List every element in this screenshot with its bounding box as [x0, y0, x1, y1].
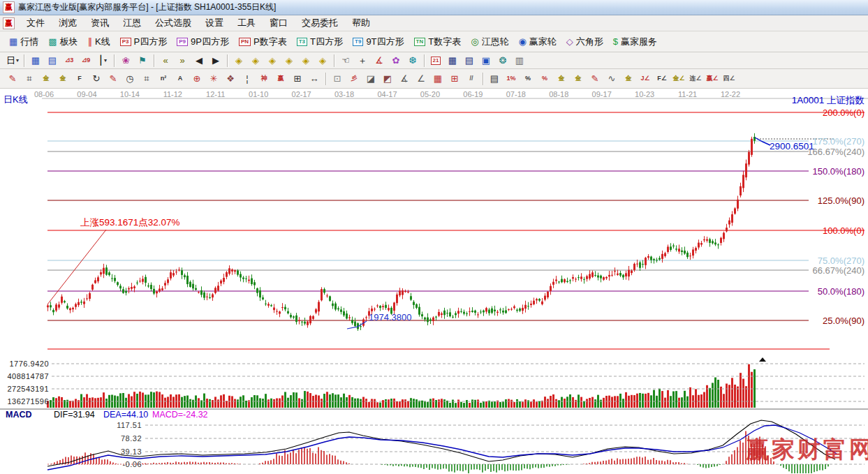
gann-wheel-button[interactable]: ◎江恩轮 — [466, 34, 513, 50]
info-card-icon-button[interactable]: ▤ — [44, 54, 61, 68]
candle-style-selector-button[interactable]: ⎮▾ — [94, 54, 111, 68]
maze-tool-button[interactable]: ❆ — [404, 54, 421, 68]
snapshot-icon-button[interactable]: ▥ — [511, 54, 528, 68]
t-square-button[interactable]: T3T四方形 — [292, 34, 348, 50]
pencil2-tool-button[interactable]: ✎ — [105, 72, 122, 86]
rise-annotation: 上涨593.1671点32.07% — [80, 216, 180, 229]
width-tool-button[interactable]: ↔ — [306, 72, 323, 86]
fanbox-tool-button[interactable]: ◪ — [362, 72, 379, 86]
board-icon-button[interactable]: ▦ — [27, 54, 44, 68]
diamond-tool-1-button[interactable]: ◈ — [230, 54, 247, 68]
gold-angle-tool-button[interactable]: 金∠ — [670, 72, 687, 86]
gann-pot-icon-button[interactable]: ❀ — [117, 54, 134, 68]
redgrid-tool-button[interactable]: ▦ — [429, 72, 446, 86]
fanbox2-tool-button[interactable]: ◩ — [379, 72, 396, 86]
hand-tool-button[interactable]: ☜ — [337, 54, 354, 68]
list-tool-button[interactable]: ▤ — [486, 72, 503, 86]
box-corner-tool-button[interactable]: ⊡ — [329, 72, 346, 86]
gold-underline-tool-button[interactable]: 金 — [620, 72, 637, 86]
first-button-button[interactable]: « — [157, 54, 174, 68]
export-icon-button[interactable]: ❂ — [494, 54, 511, 68]
redgrid2-tool-button[interactable]: ⊞ — [446, 72, 463, 86]
gold-circle-tool-button[interactable]: 金 — [553, 72, 570, 86]
diamond-tool-4-button[interactable]: ◈ — [281, 54, 297, 68]
menu-item-8[interactable]: 窗口 — [263, 15, 295, 31]
diamond-tool-5-button[interactable]: ◈ — [297, 54, 314, 68]
macd-scale-label: -0.06 — [93, 460, 142, 468]
hash-tool-button[interactable]: ⌗ — [138, 72, 155, 86]
9p-square-icon: P9 — [177, 38, 188, 46]
winner-wheel-button[interactable]: ◉赢家轮 — [514, 34, 561, 50]
webbox-tool-button[interactable]: ❖ — [222, 72, 239, 86]
web-tool-button[interactable]: ✳ — [205, 72, 222, 86]
last-button-button[interactable]: » — [174, 54, 191, 68]
target-tool-button[interactable]: ⊕ — [189, 72, 205, 86]
menu-item-2[interactable]: 浏览 — [52, 15, 84, 31]
quotes-button[interactable]: ▦行情 — [4, 34, 43, 50]
pane-period-label[interactable]: 日K线 — [3, 94, 28, 106]
p-digit-table-button[interactable]: PNP数字表 — [234, 34, 292, 50]
angle2-tool-button[interactable]: ∡ — [396, 72, 413, 86]
diamond-tool-3-button[interactable]: ◈ — [264, 54, 281, 68]
sectors-button[interactable]: ▩板块 — [43, 34, 82, 50]
fan-tool-button[interactable]: 彡 — [346, 72, 362, 86]
pencil-tool-button[interactable]: ✎ — [4, 72, 21, 86]
menu-item-9[interactable]: 交易委托 — [295, 15, 345, 31]
winner-service-button[interactable]: $赢家服务 — [608, 34, 662, 50]
menu-item-7[interactable]: 工具 — [230, 15, 263, 31]
check-lines-tool-button[interactable]: ∠ — [413, 72, 429, 86]
shen-grid-tool-button[interactable]: 神 — [256, 72, 272, 86]
f-angle-tool-button[interactable]: F∠ — [654, 72, 670, 86]
percent-line-tool-button[interactable]: % — [536, 72, 553, 86]
menu-item-5[interactable]: 公式选股 — [148, 15, 198, 31]
prev-button-button[interactable]: ◀ — [191, 54, 207, 68]
pattern3-icon-button[interactable]: ⊿3 — [61, 54, 78, 68]
clock-tool-button[interactable]: ◷ — [122, 72, 138, 86]
angle-tool-button[interactable]: ∡ — [371, 54, 388, 68]
si-angle-tool-button[interactable]: 四∠ — [721, 72, 737, 86]
menu-item-6[interactable]: 设置 — [198, 15, 230, 31]
a-angle-tool-button[interactable]: A — [172, 72, 189, 86]
spiral-tool-button[interactable]: ↻ — [88, 72, 105, 86]
brush-tool-button[interactable]: ✎ — [587, 72, 603, 86]
crosshair-tool-button[interactable]: ＋ — [354, 54, 371, 68]
ruler-grid-tool-button[interactable]: ⊞ — [289, 72, 306, 86]
pattern9-icon-button[interactable]: ⊿9 — [78, 54, 94, 68]
gesture-tool-button[interactable]: ✿ — [388, 54, 404, 68]
ying-angle-tool-button[interactable]: 赢∠ — [704, 72, 721, 86]
f-grid-tool-button[interactable]: F — [71, 72, 88, 86]
gold-circle-tool: 金 — [559, 74, 565, 83]
calculator-icon-button[interactable]: ▦ — [444, 54, 461, 68]
save-icon-button[interactable]: ▣ — [478, 54, 494, 68]
next-button-button[interactable]: ▶ — [207, 54, 224, 68]
diamond-tool-6-button[interactable]: ◈ — [314, 54, 331, 68]
n2-tool-button[interactable]: n² — [155, 72, 172, 86]
quote-tool-button[interactable]: ¦ — [239, 72, 256, 86]
gold-grid2-tool-button[interactable]: 金 — [54, 72, 71, 86]
slash-lines-tool-button[interactable]: // — [463, 72, 480, 86]
diamond-tool-2-button[interactable]: ◈ — [247, 54, 264, 68]
t-percent-tool-button[interactable]: 1% — [503, 72, 520, 86]
kline-button[interactable]: ∥K线 — [83, 34, 115, 50]
j-angle-tool-button[interactable]: J∠ — [637, 72, 654, 86]
notebook-icon-button[interactable]: ▤ — [461, 54, 478, 68]
period-day-selector-button[interactable]: 日▾ — [4, 54, 21, 68]
t-digit-table-button[interactable]: TNT数字表 — [409, 34, 466, 50]
percent-tool-button[interactable]: % — [520, 72, 536, 86]
grid-tool-button[interactable]: ⌗ — [21, 72, 38, 86]
menu-item-4[interactable]: 江恩 — [116, 15, 148, 31]
hexagon-button[interactable]: ◇六角形 — [561, 34, 608, 50]
flag-icon-button[interactable]: ⚑ — [134, 54, 151, 68]
wave-tool-button[interactable]: ∿ — [603, 72, 620, 86]
9p-square-button[interactable]: P99P四方形 — [172, 34, 234, 50]
menu-item-3[interactable]: 资讯 — [84, 15, 116, 31]
menu-item-10[interactable]: 帮助 — [345, 15, 377, 31]
gold-grid-tool-button[interactable]: 金 — [38, 72, 54, 86]
ying-grid-tool-button[interactable]: 赢 — [272, 72, 289, 86]
menu-item-1[interactable]: 文件 — [20, 15, 52, 31]
lian-angle-tool-button[interactable]: 连∠ — [687, 72, 704, 86]
p-square-button[interactable]: P3P四方形 — [115, 34, 172, 50]
calendar-icon-button[interactable]: 21 — [427, 54, 444, 68]
9t-square-button[interactable]: T99T四方形 — [348, 34, 409, 50]
gold-line-tool-button[interactable]: 金 — [570, 72, 587, 86]
